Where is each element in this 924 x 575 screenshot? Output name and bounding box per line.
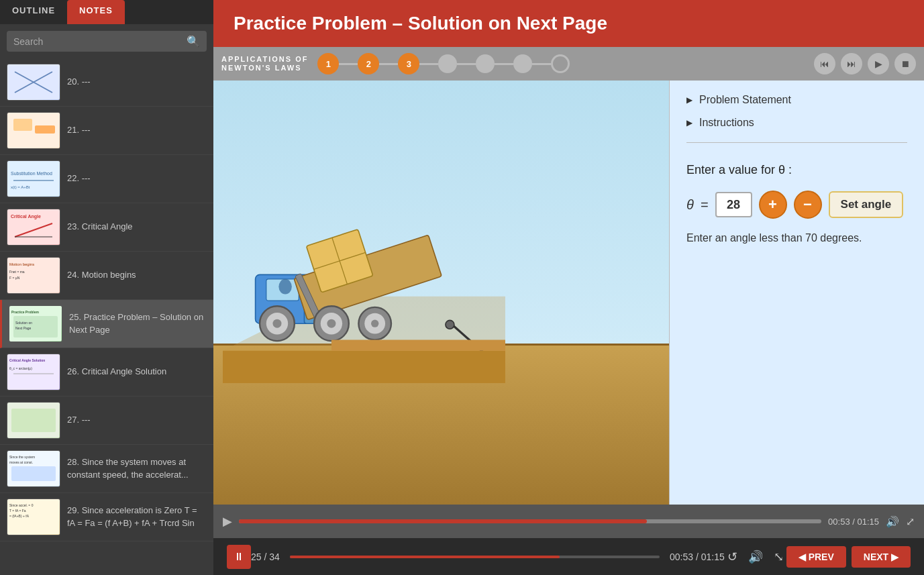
video-controls-bar: ▶ 00:53 / 01:15 🔊 ⤢ [213, 505, 924, 538]
instructions-label: Instructions [699, 117, 754, 129]
fast-forward-button[interactable]: ⏭ [841, 53, 862, 74]
theta-symbol: θ [686, 197, 694, 213]
svg-marker-59 [223, 350, 505, 383]
progress-dot-4[interactable] [438, 54, 457, 73]
list-item[interactable]: 21. --- [0, 107, 213, 155]
progress-dot-3[interactable]: 3 [398, 53, 419, 74]
bottom-volume-button[interactable]: 🔊 [746, 547, 766, 567]
progress-dot-7[interactable] [551, 54, 570, 73]
lesson-controls: ⏮ ⏭ ▶ ⏹ [814, 53, 916, 74]
dot-connector [419, 63, 438, 65]
angle-warning: Enter an angle less than 70 degrees. [686, 232, 907, 244]
truck-illustration [223, 199, 505, 386]
progress-dot-1[interactable]: 1 [317, 53, 339, 74]
refresh-button[interactable]: ↺ [725, 547, 740, 567]
slide-thumbnail: Motion beginsFnet = maF = μN [7, 257, 60, 294]
list-item[interactable]: Since accel. = 0T = fA = Fa= (fA+B) + fA… [0, 493, 213, 541]
svg-text:Next Page: Next Page [15, 326, 32, 330]
svg-text:θ_c = arctan(μ): θ_c = arctan(μ) [9, 366, 32, 370]
svg-text:Critical Angle: Critical Angle [11, 214, 41, 219]
slide-thumbnail: Since accel. = 0T = fA = Fa= (fA+B) + fA [7, 499, 60, 535]
svg-text:Fnet = ma: Fnet = ma [9, 270, 25, 274]
prev-button[interactable]: ◀ PREV [786, 546, 846, 568]
tab-outline[interactable]: OUTLINE [0, 0, 67, 24]
svg-rect-6 [8, 162, 59, 196]
svg-text:Since the system: Since the system [9, 455, 35, 459]
list-item[interactable]: 27. --- [0, 397, 213, 445]
tab-notes[interactable]: NOTES [67, 0, 125, 24]
slide-thumbnail: Substitution Methodx(t) = A+Bt [7, 160, 60, 197]
slide-thumbnail: Since the systemmoves at const. [7, 450, 60, 487]
progress-dots: 1 2 3 [317, 53, 807, 74]
pause-button[interactable]: ⏸ [227, 545, 251, 569]
bottom-progress-bar[interactable] [290, 556, 660, 558]
slide-thumbnail [7, 402, 60, 439]
list-item[interactable]: Critical Angle Solutionθ_c = arctan(μ) 2… [0, 348, 213, 397]
set-angle-button[interactable]: Set angle [829, 191, 904, 218]
decrement-button[interactable]: − [794, 191, 822, 219]
sidebar: OUTLINE NOTES 🔍 20. --- 21. --- Substitu… [0, 0, 213, 575]
svg-text:Motion begins: Motion begins [9, 262, 34, 266]
bottom-icons: ↺ 🔊 ⤡ [725, 547, 786, 567]
slide-panel: ▶ Problem Statement ▶ Instructions Enter… [669, 81, 924, 505]
sidebar-tabs: OUTLINE NOTES [0, 0, 213, 24]
list-item[interactable]: Critical Angle 23. Critical Angle [0, 203, 213, 252]
nav-buttons: ◀ PREV NEXT ▶ [786, 546, 911, 568]
list-item[interactable]: Since the systemmoves at const. 28. Sinc… [0, 445, 213, 493]
svg-point-53 [327, 319, 336, 328]
volume-button[interactable]: 🔊 [886, 515, 899, 528]
slide-header: Practice Problem – Solution on Next Page [213, 0, 924, 47]
svg-point-56 [371, 319, 378, 327]
svg-text:F = μN: F = μN [9, 276, 20, 280]
slide-counter: 25 / 34 [251, 552, 280, 562]
video-play-button[interactable]: ▶ [223, 514, 232, 529]
video-progress-fill [239, 519, 647, 523]
svg-rect-28 [11, 409, 56, 432]
list-item-active[interactable]: Practice ProblemSolution onNext Page 25.… [0, 300, 213, 348]
list-item[interactable]: Substitution Methodx(t) = A+Bt 22. --- [0, 155, 213, 203]
slide-list: 20. --- 21. --- Substitution Methodx(t) … [0, 58, 213, 575]
slide-label: 22. --- [67, 172, 91, 185]
video-progress-track[interactable] [239, 519, 821, 523]
theta-row: θ = + − Set angle [686, 191, 907, 219]
problem-statement-item[interactable]: ▶ Problem Statement [686, 94, 907, 106]
bottom-nav: ⏸ 25 / 34 00:53 / 01:15 ↺ 🔊 ⤡ ◀ PREV NEX… [213, 538, 924, 575]
dot-connector [495, 63, 513, 65]
dot-connector [339, 63, 358, 65]
theta-input[interactable] [715, 192, 752, 217]
list-item[interactable]: Motion beginsFnet = maF = μN 24. Motion … [0, 252, 213, 300]
bottom-progress-fill [290, 556, 560, 558]
svg-point-58 [445, 320, 454, 329]
instructions-item[interactable]: ▶ Instructions [686, 117, 907, 129]
stop-button[interactable]: ⏹ [894, 53, 916, 74]
dot-connector [379, 63, 398, 65]
svg-text:Solution on: Solution on [15, 321, 32, 325]
arrow-icon-2: ▶ [686, 118, 692, 127]
svg-text:Practice Problem: Practice Problem [11, 310, 39, 314]
main-content: Practice Problem – Solution on Next Page… [213, 0, 924, 575]
next-button[interactable]: NEXT ▶ [852, 546, 911, 568]
slide-label: 29. Since acceleration is Zero T = fA = … [67, 505, 207, 529]
progress-dot-2[interactable]: 2 [358, 53, 379, 74]
list-item[interactable]: 20. --- [0, 58, 213, 107]
svg-point-50 [272, 319, 281, 328]
progress-dot-5[interactable] [476, 54, 495, 73]
progress-dot-6[interactable] [513, 54, 532, 73]
svg-text:= (fA+B) + fA: = (fA+B) + fA [9, 514, 30, 518]
slide-info: 25 / 34 [251, 552, 280, 562]
rewind-button[interactable]: ⏮ [814, 53, 835, 74]
search-bar-container: 🔍 [0, 24, 213, 58]
expand-button[interactable]: ⤢ [906, 515, 915, 528]
play-button[interactable]: ▶ [868, 53, 889, 74]
svg-text:Critical Angle Solution: Critical Angle Solution [9, 358, 45, 362]
panel-divider [686, 142, 907, 143]
bottom-compress-button[interactable]: ⤡ [771, 547, 786, 567]
svg-rect-4 [13, 119, 32, 131]
slide-thumbnail [7, 64, 60, 101]
lesson-bar: APPLICATIONS OF NEWTON'S LAWS 1 2 3 ⏮ ⏭ … [213, 47, 924, 81]
increment-button[interactable]: + [759, 191, 787, 219]
slide-label-active: 25. Practice Problem – Solution on Next … [69, 311, 207, 335]
search-input[interactable] [13, 36, 187, 47]
theta-label: Enter a value for θ : [686, 163, 907, 177]
slide-label: 28. Since the system moves at constant s… [67, 456, 207, 480]
